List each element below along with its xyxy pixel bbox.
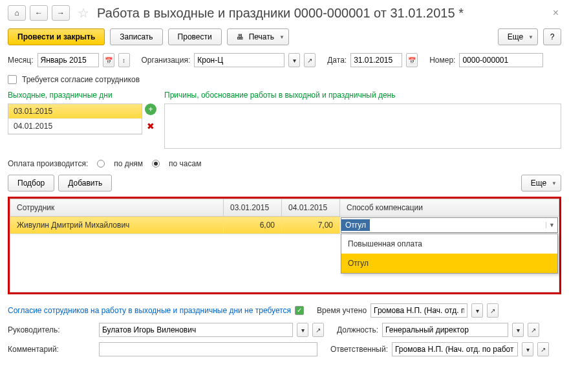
responsible-dropdown[interactable]: ▾: [522, 342, 533, 356]
col-compensation[interactable]: Способ компенсации: [340, 199, 559, 217]
time-input[interactable]: [370, 303, 467, 318]
org-input[interactable]: [194, 53, 284, 67]
position-dropdown[interactable]: ▾: [512, 323, 524, 337]
days-header: Выходные, праздничные дни: [8, 91, 156, 100]
cell-hours2[interactable]: 7,00: [282, 217, 340, 234]
number-label: Номер:: [429, 56, 455, 65]
back-button[interactable]: ←: [30, 5, 48, 21]
manager-input[interactable]: [99, 323, 293, 337]
col-employee[interactable]: Сотрудник: [10, 199, 224, 217]
cell-compensation[interactable]: Отгул ▼ Повышенная оплата Отгул: [340, 217, 559, 234]
printer-icon: 🖶: [237, 33, 244, 41]
time-open[interactable]: ↗: [487, 303, 499, 318]
month-label: Месяц:: [8, 56, 34, 65]
position-label: Должность:: [337, 325, 378, 334]
org-open[interactable]: ↗: [304, 53, 316, 67]
add-button[interactable]: Добавить: [58, 175, 112, 191]
table-more-button[interactable]: Еще ▼: [521, 175, 561, 191]
month-picker-button[interactable]: 📅: [103, 53, 114, 67]
month-input[interactable]: [38, 53, 99, 67]
dropdown-option[interactable]: Повышенная оплата: [341, 234, 557, 254]
post-button[interactable]: Провести: [168, 28, 222, 45]
comment-input[interactable]: [99, 342, 317, 356]
chevron-down-icon: ▼: [528, 34, 533, 40]
print-button[interactable]: 🖶 Печать ▼: [227, 28, 289, 45]
number-input[interactable]: [459, 53, 543, 67]
close-button[interactable]: ×: [550, 7, 561, 19]
consent-note: Согласие сотрудников на работу в выходны…: [8, 306, 291, 315]
more-button[interactable]: Еще ▼: [498, 28, 538, 45]
day-row[interactable]: 03.01.2015: [8, 104, 142, 119]
position-open[interactable]: ↗: [528, 323, 539, 337]
consent-note-checkbox[interactable]: [295, 306, 304, 315]
month-spinner[interactable]: ↕: [118, 53, 130, 67]
compensation-dropdown-list: Повышенная оплата Отгул: [341, 234, 558, 274]
col-date2[interactable]: 04.01.2015: [282, 199, 340, 217]
add-day-button[interactable]: +: [145, 103, 156, 115]
chevron-down-icon: ▼: [279, 34, 284, 40]
cell-hours1[interactable]: 6,00: [224, 217, 282, 234]
table-row[interactable]: Живулин Дмитрий Михайлович 6,00 7,00 Отг…: [10, 217, 559, 234]
remove-day-button[interactable]: ✖: [145, 120, 156, 132]
responsible-input[interactable]: [392, 342, 518, 356]
col-date1[interactable]: 03.01.2015: [224, 199, 282, 217]
help-button[interactable]: ?: [543, 28, 561, 45]
responsible-label: Ответственный:: [330, 345, 388, 354]
position-input[interactable]: [382, 323, 508, 337]
page-title: Работа в выходные и праздники 0000-00000…: [97, 6, 546, 21]
consent-checkbox[interactable]: [8, 75, 17, 84]
manager-open[interactable]: ↗: [312, 323, 324, 337]
submit-button[interactable]: Провести и закрыть: [8, 28, 105, 45]
comment-label: Комментарий:: [8, 345, 95, 354]
time-dropdown[interactable]: ▾: [471, 303, 483, 318]
home-button[interactable]: ⌂: [8, 5, 26, 21]
by-days-radio[interactable]: [97, 160, 105, 168]
org-label: Организация:: [142, 56, 191, 65]
responsible-open[interactable]: ↗: [537, 342, 549, 356]
cell-employee[interactable]: Живулин Дмитрий Михайлович: [10, 217, 224, 234]
forward-button[interactable]: →: [52, 5, 70, 21]
compensation-dropdown-toggle[interactable]: ▼: [546, 222, 557, 228]
day-row[interactable]: 04.01.2015: [8, 119, 142, 134]
reason-header: Причины, обоснование работы в выходной и…: [164, 91, 561, 100]
payment-label: Оплата производится:: [8, 159, 88, 168]
date-input[interactable]: [350, 53, 402, 67]
consent-label: Требуется согласие сотрудников: [22, 75, 140, 84]
save-button[interactable]: Записать: [110, 28, 162, 45]
time-label: Время учтено: [317, 306, 367, 315]
select-button[interactable]: Подбор: [8, 175, 54, 191]
chevron-down-icon: ▼: [552, 180, 557, 186]
manager-dropdown[interactable]: ▾: [297, 323, 308, 337]
manager-label: Руководитель:: [8, 325, 95, 334]
reason-textarea[interactable]: [164, 103, 561, 149]
date-label: Дата:: [327, 56, 347, 65]
org-dropdown[interactable]: ▾: [288, 53, 300, 67]
compensation-value: Отгул: [341, 219, 370, 231]
favorite-icon[interactable]: ☆: [78, 5, 89, 21]
dropdown-option[interactable]: Отгул: [341, 254, 557, 273]
date-picker-button[interactable]: 📅: [406, 53, 418, 67]
by-hours-radio[interactable]: [152, 160, 160, 168]
